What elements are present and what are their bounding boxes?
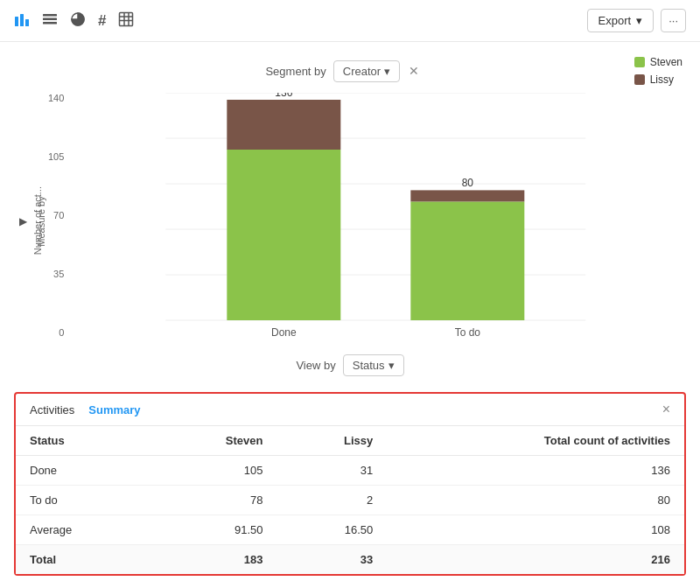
bar-todo-xlabel: To do	[455, 326, 481, 339]
tab-summary[interactable]: Summary	[88, 403, 140, 416]
summary-close-button[interactable]: ×	[662, 402, 670, 416]
segment-value: Creator	[343, 65, 381, 78]
table-row: To do 78 2 80	[16, 486, 684, 515]
cell-status: Average	[16, 515, 151, 545]
table-row: Average 91.50 16.50 108	[16, 515, 684, 545]
cell-total: 108	[387, 515, 684, 545]
table-row: Total 183 33 216	[16, 545, 684, 575]
segment-control: Segment by Creator ▾ ✕	[265, 60, 421, 82]
legend-item-lissy: Lissy	[634, 74, 682, 86]
measure-by-label: Measure by	[36, 196, 46, 246]
cell-steven: 91.50	[151, 515, 277, 545]
cell-steven: 78	[151, 486, 277, 515]
segment-dropdown[interactable]: Creator ▾	[333, 60, 400, 82]
cell-steven: 105	[151, 456, 277, 486]
chart-controls: Segment by Creator ▾ ✕ Steven Lissy	[18, 56, 682, 86]
cell-status: Done	[16, 456, 151, 486]
view-by-row: View by Status ▾	[18, 354, 682, 376]
bar-done-steven	[228, 150, 341, 320]
summary-table: Status Steven Lissy Total count of activ…	[16, 426, 684, 574]
collapse-arrow-icon[interactable]: ▶	[18, 214, 29, 229]
tab-activities[interactable]: Activities	[30, 403, 74, 416]
svg-rect-0	[15, 17, 18, 26]
y-tick-35: 35	[53, 269, 64, 279]
bar-done-xlabel: Done	[271, 326, 297, 339]
toolbar: # Export ▾ ···	[0, 0, 700, 42]
export-chevron-icon: ▾	[636, 14, 642, 27]
cell-lissy: 33	[276, 545, 387, 575]
svg-rect-1	[20, 14, 24, 26]
col-header-lissy: Lissy	[276, 426, 387, 456]
segment-by-label: Segment by	[265, 65, 326, 78]
bar-todo-label: 80	[462, 177, 474, 189]
legend-lissy-color	[634, 74, 645, 85]
svg-rect-4	[43, 18, 57, 20]
y-tick-105: 105	[48, 151, 64, 162]
chart-container: ▶ Number of act... 140 105 70 35 0	[18, 93, 682, 349]
view-by-label: View by	[296, 359, 335, 372]
cell-total: 80	[387, 486, 684, 515]
segment-close-button[interactable]: ✕	[407, 64, 421, 78]
bar-todo-lissy	[411, 190, 525, 201]
y-tick-0: 0	[59, 327, 64, 338]
chart-plot-area: 136 Done 80 To do Measure by	[69, 93, 682, 349]
more-button[interactable]: ···	[661, 9, 686, 32]
svg-rect-2	[25, 19, 29, 26]
view-by-dropdown[interactable]: Status ▾	[343, 354, 404, 376]
svg-rect-5	[43, 22, 57, 24]
toolbar-right: Export ▾ ···	[587, 9, 686, 32]
cell-steven: 183	[151, 545, 277, 575]
bar-chart-icon[interactable]	[14, 11, 30, 31]
pie-chart-icon[interactable]	[70, 11, 86, 31]
view-by-chevron-icon: ▾	[388, 359, 395, 372]
legend-steven-color	[634, 57, 645, 67]
cell-status: Total	[16, 545, 151, 575]
bar-todo-steven	[411, 201, 525, 320]
legend-steven-label: Steven	[650, 56, 682, 68]
chart-legend: Steven Lissy	[634, 56, 682, 86]
cell-total: 136	[387, 456, 684, 486]
y-tick-70: 70	[53, 210, 64, 220]
export-label: Export	[598, 14, 632, 27]
bar-done-lissy	[228, 100, 341, 150]
summary-header: Activities Summary ×	[16, 394, 684, 426]
legend-lissy-label: Lissy	[650, 74, 674, 86]
segment-chevron-icon: ▾	[384, 65, 390, 78]
table-row: Done 105 31 136	[16, 456, 684, 486]
table-icon[interactable]	[118, 11, 134, 31]
y-tick-140: 140	[48, 93, 64, 103]
list-icon[interactable]	[42, 11, 58, 31]
col-header-total: Total count of activities	[387, 426, 684, 456]
table-header-row: Status Steven Lissy Total count of activ…	[16, 426, 684, 456]
col-header-status: Status	[16, 426, 151, 456]
cell-lissy: 31	[276, 456, 387, 486]
chart-area: Segment by Creator ▾ ✕ Steven Lissy ▶ Nu	[0, 42, 700, 383]
summary-tabs: Activities Summary	[30, 403, 141, 416]
cell-status: To do	[16, 486, 151, 515]
chart-svg: 136 Done 80 To do	[69, 93, 682, 346]
bar-done-label: 136	[276, 93, 293, 99]
cell-total: 216	[387, 545, 684, 575]
export-button[interactable]: Export ▾	[587, 9, 654, 32]
y-axis-ticks: 140 105 70 35 0	[48, 93, 69, 338]
cell-lissy: 16.50	[276, 515, 387, 545]
col-header-steven: Steven	[151, 426, 277, 456]
hash-icon[interactable]: #	[98, 12, 106, 30]
cell-lissy: 2	[276, 486, 387, 515]
svg-rect-7	[120, 12, 133, 25]
view-by-value: Status	[353, 359, 385, 372]
legend-item-steven: Steven	[634, 56, 682, 68]
svg-rect-3	[43, 14, 57, 17]
toolbar-icons: #	[14, 11, 134, 31]
summary-section: Activities Summary × Status Steven Lissy…	[14, 392, 686, 576]
